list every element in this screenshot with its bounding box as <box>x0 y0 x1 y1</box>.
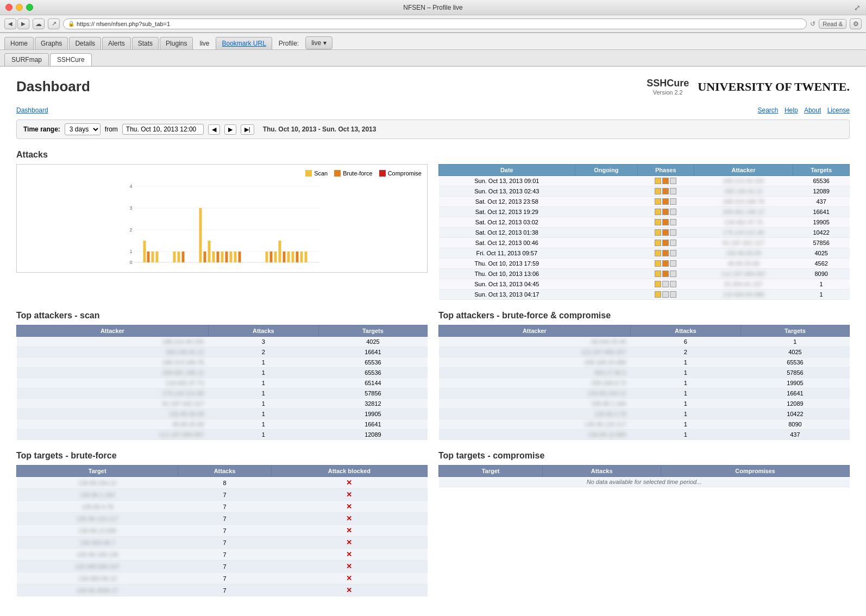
maximize-button[interactable] <box>26 4 33 11</box>
cell-attacks: 1 <box>630 378 741 388</box>
svg-rect-15 <box>178 252 180 262</box>
table-row: 130.09.12.005 1 437 <box>439 430 850 440</box>
cell-date: Sat. Oct 12, 2013 23:58 <box>439 197 575 207</box>
cell-target: 130.06.148.128 <box>17 549 178 561</box>
resize-icon[interactable]: ⤢ <box>854 3 861 12</box>
table-row: Sat. Oct 12, 2013 23:58 188.213.166.78 4… <box>439 197 850 207</box>
brute-label: Brute-force <box>343 170 372 177</box>
cell-blocked: ✕ <box>271 513 427 525</box>
svg-text:3: 3 <box>130 205 133 211</box>
tab-home[interactable]: Home <box>4 37 34 49</box>
svg-rect-23 <box>225 252 228 262</box>
cell-targets: 4025 <box>318 337 427 347</box>
comp-col-comp: Compromises <box>661 466 850 477</box>
back-button[interactable]: ◀ <box>4 18 16 29</box>
time-end-button[interactable]: ▶| <box>241 124 254 135</box>
phase-scan-box <box>655 260 661 267</box>
phase-scan-box <box>655 178 661 184</box>
table-row: Sat. Oct 12, 2013 03:02 118.402.47.73 19… <box>439 217 850 228</box>
phase-brute-box <box>662 271 669 277</box>
cell-targets: 4025 <box>793 248 850 259</box>
cell-targets: 12089 <box>318 430 427 440</box>
cell-phases <box>637 207 694 217</box>
from-date-input[interactable] <box>122 124 204 135</box>
cell-target: 100.06.1.184 <box>17 489 178 501</box>
cell-attacker: 179.124.121.80 <box>694 228 793 238</box>
share-button[interactable]: ↗ <box>48 18 60 29</box>
table-row: 209.001.196.12 1 65536 <box>17 368 428 378</box>
cell-targets: 8090 <box>741 419 849 430</box>
blocked-icon: ✕ <box>346 550 352 558</box>
table-row: 100.000.08.7 7 ✕ <box>17 537 428 549</box>
phase-scan-box <box>655 209 661 215</box>
top-attackers-scan-title: Top attackers - scan <box>16 311 428 320</box>
cell-attacks: 7 <box>178 525 271 537</box>
phase-comp-box <box>670 198 676 205</box>
cell-targets: 16641 <box>318 419 427 430</box>
phase-brute-box <box>662 209 669 215</box>
svg-rect-10 <box>143 241 146 262</box>
license-link[interactable]: License <box>827 106 850 114</box>
svg-rect-17 <box>199 208 202 262</box>
table-row: 130.89.244.12 8 ✕ <box>17 477 428 489</box>
about-link[interactable]: About <box>804 106 821 114</box>
cell-targets: 19905 <box>318 409 427 419</box>
url-bar[interactable]: 🔒 https:// nfsen/nfsen.php?sub_tab=1 <box>63 18 807 29</box>
cell-ongoing <box>575 269 637 279</box>
reader-button[interactable]: Read & <box>819 19 846 29</box>
close-button[interactable] <box>5 4 12 11</box>
col-phases: Phases <box>637 165 694 176</box>
tab-graphs[interactable]: Graphs <box>35 37 68 49</box>
tab-plugins[interactable]: Plugins <box>160 37 193 49</box>
cell-attacks: 1 <box>208 430 318 440</box>
svg-rect-16 <box>182 252 185 262</box>
legend-compromise: Compromise <box>379 170 422 177</box>
svg-rect-24 <box>230 252 233 262</box>
cell-date: Sun. Oct 13, 2013 04:45 <box>439 279 575 290</box>
chart-svg: 4 3 2 1 0 <box>22 180 422 267</box>
time-next-button[interactable]: ▶ <box>224 124 236 135</box>
cell-attacks: 7 <box>178 537 271 549</box>
minimize-button[interactable] <box>16 4 23 11</box>
subtab-surfmap[interactable]: SURFmap <box>4 53 49 66</box>
top-attackers-scan-panel: Top attackers - scan Attacker Attacks Ta… <box>16 311 428 440</box>
compromise-swatch <box>379 170 386 177</box>
tab-details[interactable]: Details <box>69 37 101 49</box>
table-row: 130.09.12.005 7 ✕ <box>17 525 428 537</box>
breadcrumb-dashboard[interactable]: Dashboard <box>16 106 48 114</box>
bookmark-url-tab[interactable]: Bookmark URL <box>216 37 272 49</box>
cloud-button[interactable]: ☁ <box>33 18 45 29</box>
cell-attacker: 135.06.116.117 <box>439 419 631 430</box>
cell-targets: 57856 <box>793 238 850 248</box>
cell-phases <box>637 176 694 186</box>
search-link[interactable]: Search <box>758 106 779 114</box>
phase-comp-box <box>670 281 676 287</box>
cell-targets: 437 <box>793 197 850 207</box>
settings-button[interactable]: ⚙ <box>850 18 862 29</box>
svg-rect-13 <box>156 252 159 262</box>
phase-brute-box <box>662 250 669 256</box>
profile-dropdown[interactable]: live ▾ <box>305 36 332 49</box>
cell-target: 130.06.4.78 <box>17 501 178 513</box>
phase-brute-box <box>662 229 669 236</box>
cell-blocked: ✕ <box>271 549 427 561</box>
attacks-section: Scan Brute-force Compromise 4 <box>16 164 850 300</box>
cell-targets: 19905 <box>741 378 849 388</box>
cell-attacks: 7 <box>178 584 271 596</box>
forward-button[interactable]: ▶ <box>17 18 29 29</box>
tab-stats[interactable]: Stats <box>132 37 159 49</box>
time-range-select[interactable]: 3 days <box>65 123 101 135</box>
table-row: Thu. Oct 10, 2013 13:06 112.197.084.097 … <box>439 269 850 279</box>
cell-phases <box>637 238 694 248</box>
help-link[interactable]: Help <box>785 106 798 114</box>
profile-label: Profile: <box>273 37 304 49</box>
table-row: 135.06.116.117 7 ✕ <box>17 513 428 525</box>
time-prev-button[interactable]: ◀ <box>208 124 220 135</box>
reload-button[interactable]: ↺ <box>810 20 815 28</box>
cell-attacker: 150.90.00.09 <box>694 248 793 259</box>
svg-rect-19 <box>208 241 211 262</box>
table-row: 188.214.44.155 3 4025 <box>17 337 428 347</box>
subtab-sshcure[interactable]: SSHCure <box>50 53 92 66</box>
tab-alerts[interactable]: Alerts <box>102 37 131 49</box>
col-ongoing: Ongoing <box>575 165 637 176</box>
